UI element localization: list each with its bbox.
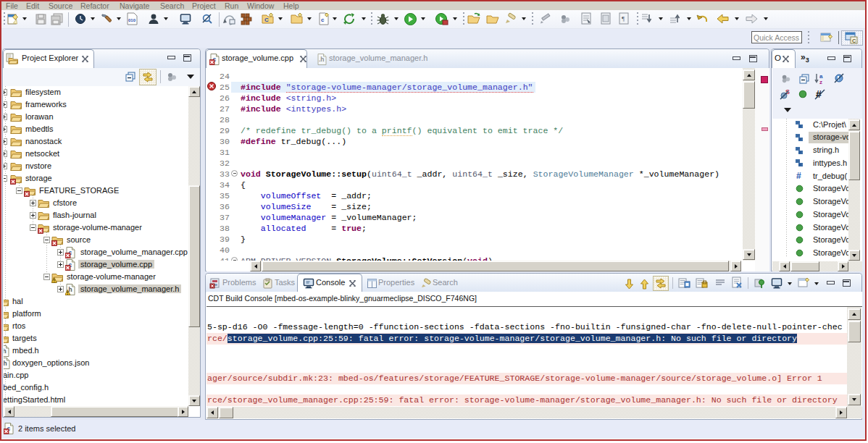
svg-text:z: z bbox=[819, 79, 822, 85]
svg-text:c: c bbox=[321, 17, 325, 23]
svg-text:¶: ¶ bbox=[622, 15, 625, 22]
svg-text:010: 010 bbox=[128, 18, 136, 22]
svg-text:C: C bbox=[264, 17, 269, 23]
svg-text:.h: .h bbox=[319, 56, 325, 63]
svg-text:C: C bbox=[852, 38, 856, 44]
